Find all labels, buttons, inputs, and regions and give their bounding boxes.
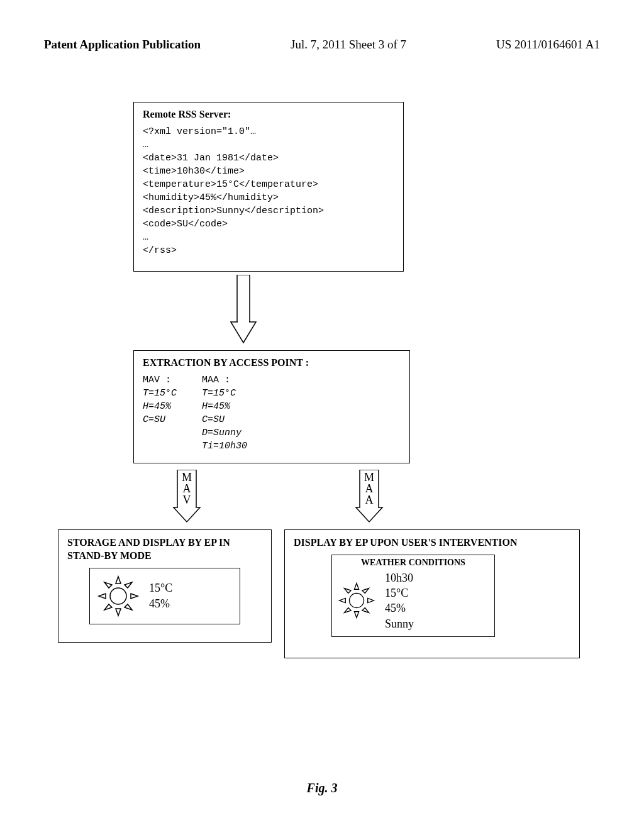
header-center: Jul. 7, 2011 Sheet 3 of 7	[291, 38, 406, 52]
svg-text:A: A	[365, 482, 374, 495]
svg-marker-4	[174, 507, 200, 522]
user-temp: 15°C	[385, 585, 414, 600]
svg-marker-22	[104, 604, 112, 610]
user-hum: 45%	[385, 600, 414, 616]
svg-rect-11	[360, 506, 378, 509]
rss-title: Remote RSS Server:	[143, 109, 394, 120]
svg-text:V: V	[183, 494, 191, 506]
svg-text:M: M	[182, 471, 192, 484]
user-title: DISPLAY BY EP UPON USER'S INTERVENTION	[294, 536, 570, 550]
user-display: WEATHER CONDITIONS	[331, 555, 495, 637]
svg-marker-20	[104, 582, 112, 588]
rss-line: <temperature>15°C</temperature>	[143, 179, 318, 190]
extraction-title: EXTRACTION BY ACCESS POINT :	[143, 357, 401, 368]
rss-line: …	[143, 232, 148, 243]
svg-marker-28	[368, 599, 374, 603]
mav-h: H=45%	[143, 401, 171, 412]
rss-line: <time>10h30</time>	[143, 166, 245, 177]
arrow-down-icon	[228, 275, 259, 344]
maa-h: H=45%	[202, 401, 230, 412]
svg-text:A: A	[365, 494, 374, 506]
svg-marker-18	[99, 594, 106, 599]
svg-marker-30	[362, 589, 369, 594]
weather-conditions-title: WEATHER CONDITIONS	[361, 558, 465, 568]
maa-t: T=15°C	[202, 388, 236, 399]
maa-d: D=Sunny	[202, 428, 242, 438]
svg-point-24	[349, 594, 364, 608]
user-intervention-box: DISPLAY BY EP UPON USER'S INTERVENTION W…	[284, 529, 580, 658]
svg-marker-17	[116, 609, 121, 616]
page: Patent Application Publication Jul. 7, 2…	[0, 0, 644, 821]
svg-marker-25	[354, 584, 358, 590]
extraction-box: EXTRACTION BY ACCESS POINT : MAV : T=15°…	[133, 350, 410, 463]
mav-column: MAV : T=15°C H=45% C=SU	[143, 374, 177, 453]
svg-marker-16	[116, 577, 121, 584]
rss-line: </rss>	[143, 245, 177, 256]
page-header: Patent Application Publication Jul. 7, 2…	[44, 38, 600, 52]
figure-caption: Fig. 3	[44, 781, 600, 795]
maa-column: MAA : T=15°C H=45% C=SU D=Sunny Ti=10h30	[202, 374, 247, 453]
svg-rect-0	[237, 275, 250, 322]
standby-hum: 45%	[149, 596, 172, 611]
mav-t: T=15°C	[143, 388, 177, 399]
mav-c: C=SU	[143, 414, 165, 425]
svg-point-15	[110, 588, 126, 604]
arrow-mav-icon: M A V	[171, 470, 203, 523]
user-readings: 10h30 15°C 45% Sunny	[385, 570, 414, 631]
maa-ti: Ti=10h30	[202, 441, 247, 451]
rss-line: <?xml version="1.0"…	[143, 126, 256, 137]
user-desc: Sunny	[385, 616, 414, 631]
rss-line: <code>SU</code>	[143, 219, 228, 230]
svg-marker-27	[340, 599, 346, 603]
rss-server-box: Remote RSS Server: <?xml version="1.0"… …	[133, 102, 404, 272]
sun-icon	[96, 574, 140, 618]
standby-display: 15°C 45%	[89, 568, 240, 624]
svg-marker-10	[356, 507, 382, 522]
rss-code: <?xml version="1.0"… … <date>31 Jan 1981…	[143, 125, 394, 257]
standby-readings: 15°C 45%	[149, 580, 172, 611]
figure-area: Remote RSS Server: <?xml version="1.0"… …	[58, 102, 586, 743]
standby-temp: 15°C	[149, 580, 172, 595]
rss-line: …	[143, 140, 148, 150]
svg-marker-19	[131, 594, 138, 599]
rss-line: <date>31 Jan 1981</date>	[143, 153, 279, 163]
svg-marker-29	[345, 589, 352, 594]
sun-icon	[337, 581, 376, 620]
svg-text:M: M	[364, 471, 374, 484]
standby-box: STORAGE AND DISPLAY BY EP IN STAND-BY MO…	[58, 529, 272, 643]
svg-marker-21	[125, 582, 132, 588]
svg-marker-23	[125, 604, 132, 610]
svg-text:A: A	[183, 482, 191, 495]
mav-label: MAV :	[143, 375, 171, 385]
arrow-maa-icon: M A A	[353, 470, 385, 523]
header-right: US 2011/0164601 A1	[496, 38, 600, 52]
svg-marker-26	[354, 612, 358, 618]
svg-marker-31	[345, 608, 352, 613]
header-left: Patent Application Publication	[44, 38, 201, 52]
rss-line: <description>Sunny</description>	[143, 206, 324, 216]
user-time: 10h30	[385, 570, 414, 585]
rss-line: <humidity>45%</humidity>	[143, 192, 279, 203]
maa-label: MAA :	[202, 375, 230, 385]
svg-rect-5	[178, 506, 196, 509]
standby-title: STORAGE AND DISPLAY BY EP IN STAND-BY MO…	[67, 536, 262, 563]
svg-rect-2	[238, 321, 249, 323]
svg-marker-32	[362, 608, 369, 613]
maa-c: C=SU	[202, 414, 225, 425]
svg-marker-1	[231, 322, 256, 343]
